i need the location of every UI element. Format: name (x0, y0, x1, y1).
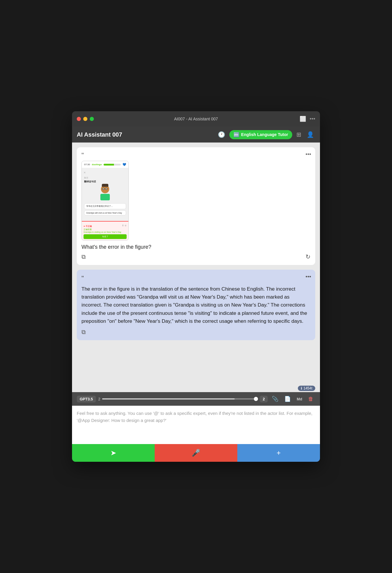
duo-close-icon: ✕ (84, 171, 86, 174)
maximize-button[interactable] (90, 117, 94, 121)
token-badge: ℹ 1454t (298, 386, 315, 391)
ai-response-text: The error in the figure is in the transl… (81, 285, 311, 325)
token-count: 1454t (303, 386, 312, 390)
mic-icon: 🎤 (192, 449, 200, 457)
char-glasses (102, 188, 107, 190)
duo-character (98, 185, 112, 202)
duo-section-label: 翻译 (84, 176, 126, 179)
history-button[interactable]: 🕐 (217, 130, 226, 139)
user-message-card: " ••• 07:30 duolingo 💙 ✕ 翻译 翻译这句话 (77, 147, 315, 265)
menu-dots-icon[interactable]: ••• (310, 116, 315, 122)
duo-share-icon[interactable]: ⬆ ⊚ (122, 224, 127, 227)
model-badge[interactable]: GPT3.5 (77, 396, 96, 402)
send-icon: ➤ (110, 449, 116, 457)
ai-quote-icon: " (81, 274, 311, 282)
window-title: AI007 - AI Assistant 007 (174, 117, 218, 121)
duo-time: 07:30 (84, 163, 90, 166)
titlebar: AI007 - AI Assistant 007 ⬜ ••• (72, 111, 320, 127)
char-head (101, 185, 109, 193)
quote-icon: " (81, 152, 311, 158)
markdown-button[interactable]: Md (295, 396, 304, 402)
info-icon: ℹ (301, 386, 302, 390)
user-question-text: What's the error in the figure? (81, 244, 311, 250)
duo-feedback: ● 不正确 ⬆ ⊚ 正确答案 Grandpa is visiting us on… (82, 221, 128, 240)
char-body (100, 194, 110, 200)
input-placeholder: Feel free to ask anything. You can use '… (77, 410, 315, 424)
chat-area: " ••• 07:30 duolingo 💙 ✕ 翻译 翻译这句话 (72, 143, 320, 384)
slider-container: 2 2 (98, 396, 268, 402)
duo-task: 翻译这句话 (84, 180, 126, 183)
header: AI Assistant 007 🕐 🔤 English Language Tu… (72, 127, 320, 143)
duo-hint-text: 爷爷在元旦带着我们拜访了... (84, 203, 126, 209)
ai-copy-button[interactable]: ⧉ (81, 329, 86, 335)
grid-icon[interactable]: ⊞ (295, 130, 303, 139)
glass-left (102, 188, 104, 190)
attach-button[interactable]: 📎 (270, 394, 280, 403)
traffic-lights (77, 117, 94, 121)
profile-button[interactable]: 👤 (306, 130, 315, 139)
mic-button[interactable]: 🎤 (155, 444, 237, 462)
token-bar: ℹ 1454t (72, 384, 320, 392)
duo-correct-sentence: Grandpa is visiting us on New Year's Day (84, 231, 127, 233)
toolbar: GPT3.5 2 2 📎 📄 Md 🗑 (72, 392, 320, 406)
duo-continue-button[interactable]: 知道了 (84, 234, 127, 239)
add-button[interactable]: + (237, 444, 320, 462)
duo-close-row: ✕ (82, 168, 128, 175)
slider-max-badge: 2 (260, 396, 268, 402)
duo-progress-bar (104, 164, 121, 166)
refresh-button[interactable]: ↻ (306, 253, 311, 260)
duo-body: 翻译 翻译这句话 (82, 175, 128, 218)
titlebar-actions: ⬜ ••• (300, 116, 315, 122)
document-button[interactable]: 📄 (282, 394, 293, 403)
wrong-icon: ● (84, 225, 86, 227)
input-area[interactable]: Feel free to ask anything. You can use '… (72, 406, 320, 444)
glass-right (105, 188, 107, 190)
delete-button[interactable]: 🗑 (306, 395, 315, 403)
slider-track[interactable] (102, 398, 258, 400)
duo-wrong-label: 不正确 (86, 225, 92, 227)
copy-message-button[interactable]: ⧉ (81, 253, 86, 260)
slider-min-value: 2 (98, 397, 100, 401)
message-more-button[interactable]: ••• (306, 151, 311, 158)
app-window: AI007 - AI Assistant 007 ⬜ ••• AI Assist… (72, 111, 320, 462)
duo-heart-icon: 💙 (122, 163, 126, 166)
duo-header: 07:30 duolingo 💙 (82, 161, 128, 168)
app-title: AI Assistant 007 (77, 131, 214, 138)
tutor-label: English Language Tutor (241, 132, 288, 137)
user-message-actions: ⧉ ↻ (81, 253, 311, 260)
char-hair (102, 184, 108, 187)
duo-incorrect-sentence: Grandpa will visit us at New Year's Day (84, 210, 126, 215)
screen-icon[interactable]: ⬜ (300, 116, 306, 122)
duo-wrong-area: ● 不正确 (84, 223, 92, 228)
minimize-button[interactable] (83, 117, 87, 121)
send-button[interactable]: ➤ (72, 444, 155, 462)
duo-feedback-header: ● 不正确 ⬆ ⊚ (84, 223, 127, 228)
bottom-bar: ➤ 🎤 + (72, 444, 320, 462)
ai-message-more-button[interactable]: ••• (306, 274, 311, 280)
duo-character-area (84, 185, 126, 202)
slider-fill (102, 398, 235, 400)
ai-response-card: " ••• The error in the figure is in the … (77, 270, 315, 340)
duo-brand: duolingo (92, 163, 102, 166)
add-icon: + (277, 449, 281, 457)
duolingo-screenshot: 07:30 duolingo 💙 ✕ 翻译 翻译这句话 (81, 161, 129, 240)
duo-progress-fill (104, 164, 114, 166)
close-button[interactable] (77, 117, 81, 121)
tutor-icon: 🔤 (233, 132, 239, 137)
duo-correct-label: 正确答案 (84, 228, 127, 231)
slider-thumb[interactable] (254, 397, 258, 401)
tutor-mode-button[interactable]: 🔤 English Language Tutor (229, 130, 292, 139)
